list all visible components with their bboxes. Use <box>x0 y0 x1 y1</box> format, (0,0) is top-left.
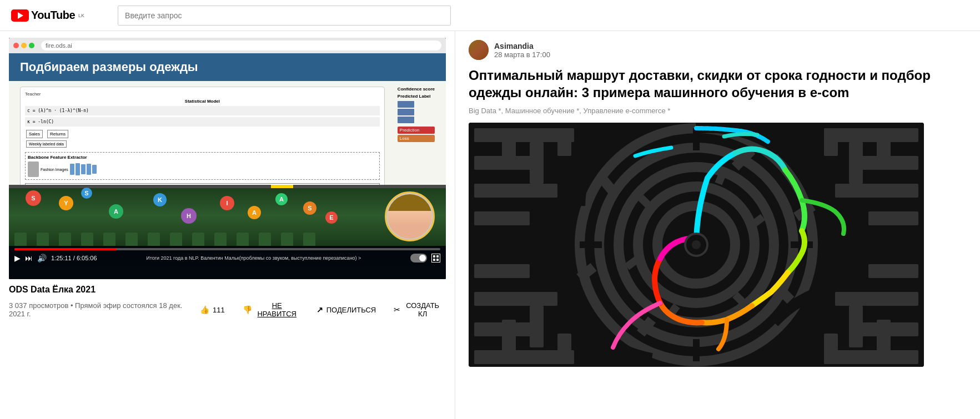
sales-box: Sales <box>26 130 43 138</box>
svg-rect-34 <box>877 128 891 170</box>
clip-button[interactable]: СОЗДАТЬ КЛ <box>389 298 446 321</box>
avatar-9: S <box>303 201 316 215</box>
svg-rect-27 <box>502 128 516 170</box>
author-name: Asimandia <box>494 42 550 51</box>
thumbdown-icon <box>243 305 252 314</box>
video-controls: ▶ ⏭ 🔊 1:25:11 / 6:05:06 Итоги 2021 года … <box>9 246 446 279</box>
share-label: ПОДЕЛИТЬСЯ <box>326 306 376 314</box>
svg-rect-46 <box>835 292 918 306</box>
action-buttons: 111 НЕ НРАВИТСЯ ПОДЕЛИТЬСЯ СОЗДАТЬ КЛ <box>195 298 446 321</box>
predicted-label: Predicted Label <box>398 94 435 99</box>
dislike-label: НЕ НРАВИТСЯ <box>255 301 299 318</box>
article-date: 28 марта в 17:00 <box>494 51 550 59</box>
speaker-face <box>388 194 432 239</box>
youtube-play-icon <box>11 9 29 22</box>
author-info: Asimandia 28 марта в 17:00 <box>494 42 550 59</box>
controls-row: ▶ ⏭ 🔊 1:25:11 / 6:05:06 Итоги 2021 года … <box>14 254 440 262</box>
clip-label: СОЗДАТЬ КЛ <box>404 301 441 318</box>
video-container: fire.ods.ai Подбираем размеры одежды Tea… <box>9 38 446 279</box>
formula1: c = (λ)^n · (1-λ)^(N-n) <box>25 106 380 115</box>
avatar-3: A <box>109 204 123 219</box>
share-button[interactable]: ПОДЕЛИТЬСЯ <box>312 302 380 317</box>
svg-rect-40 <box>474 264 530 278</box>
avatar-2: Y <box>59 196 73 210</box>
svg-rect-29 <box>557 128 571 156</box>
browser-url: fire.ods.ai <box>46 42 72 49</box>
dislike-button[interactable]: НЕ НРАВИТСЯ <box>238 298 303 321</box>
article-tags: Big Data *, Машинное обучение *, Управле… <box>469 107 967 115</box>
fashion-image-placeholder <box>28 161 39 177</box>
loss-output: Loss <box>398 135 435 142</box>
main-content: fire.ods.ai Подбираем размеры одежды Tea… <box>0 31 980 419</box>
svg-rect-42 <box>530 306 544 347</box>
author-avatar <box>469 40 489 60</box>
video-title: ODS Data Ёлка 2021 <box>9 285 446 295</box>
article-image <box>469 123 924 367</box>
youtube-badge: LK <box>78 13 84 18</box>
search-bar <box>118 6 451 26</box>
fashion-row: Fashion Images <box>28 161 377 177</box>
weekly-box: Weekly labeled data <box>26 140 67 148</box>
formula2: κ = -ln(C) <box>25 117 380 127</box>
audience-area: S Y A K H I A A S E S <box>9 185 446 246</box>
next-button[interactable]: ⏭ <box>25 254 33 262</box>
youtube-text: YouTube <box>31 9 75 22</box>
chrome-close-dot <box>13 43 19 48</box>
svg-rect-33 <box>868 211 918 225</box>
subtitle-text: Итоги 2021 года в NLP. Валентин Мальк(пр… <box>146 255 361 261</box>
grid-view-icon[interactable] <box>431 254 440 262</box>
browser-chrome: fire.ods.ai <box>9 38 446 53</box>
svg-rect-41 <box>502 320 516 361</box>
prediction-blocks <box>398 101 435 123</box>
svg-line-17 <box>718 170 724 184</box>
prediction-output: Prediction <box>398 127 435 134</box>
avatar-10: E <box>325 211 338 224</box>
svg-rect-47 <box>868 264 918 278</box>
like-button[interactable]: 111 <box>195 302 229 317</box>
svg-rect-28 <box>530 142 544 184</box>
time-display: 1:25:11 / 6:05:06 <box>51 255 97 261</box>
search-input[interactable] <box>118 6 451 26</box>
progress-bar[interactable] <box>14 248 440 250</box>
avatar-7: A <box>248 206 261 219</box>
youtube-logo[interactable] <box>11 9 29 22</box>
volume-button[interactable]: 🔊 <box>37 254 47 262</box>
browser-address: fire.ods.ai <box>41 41 441 51</box>
slide-title: Подбираем размеры одежды <box>9 53 446 81</box>
speaker-video <box>385 191 435 241</box>
avatar-6: I <box>220 196 234 210</box>
chairs-row <box>9 229 446 246</box>
model-label: Statistical Model <box>25 99 380 104</box>
avatar-5: H <box>181 208 197 224</box>
avatar-4: K <box>153 193 167 206</box>
progress-filled <box>14 248 117 250</box>
maze-container <box>469 123 924 367</box>
video-frame: fire.ods.ai Подбираем размеры одежды Tea… <box>9 38 446 279</box>
thumbup-icon <box>200 305 209 314</box>
autoplay-toggle[interactable] <box>410 254 427 262</box>
svg-rect-43 <box>557 334 571 364</box>
svg-rect-25 <box>474 184 557 198</box>
svg-rect-50 <box>824 334 838 364</box>
chrome-minimize-dot <box>21 43 27 48</box>
header: YouTube LK <box>0 0 980 31</box>
svg-rect-49 <box>849 306 863 347</box>
confidence-label: Confidence score <box>398 87 435 92</box>
backbone-section: Backbone Feature Extractor Fashion Image… <box>25 152 380 180</box>
audience-bar <box>9 185 446 188</box>
video-meta: ODS Data Ёлка 2021 3 037 просмотров • Пр… <box>9 279 446 327</box>
scissors-icon <box>394 305 400 314</box>
svg-rect-26 <box>474 211 530 225</box>
play-button[interactable]: ▶ <box>14 254 21 262</box>
svg-rect-39 <box>474 292 557 306</box>
fashion-label: Fashion Images <box>41 168 68 171</box>
svg-rect-35 <box>849 142 863 184</box>
svg-point-52 <box>692 240 701 249</box>
logo-area: YouTube LK <box>11 9 84 22</box>
svg-rect-32 <box>835 184 918 198</box>
avatar-1: S <box>26 190 41 206</box>
like-count: 111 <box>213 306 225 314</box>
chrome-expand-dot <box>29 43 34 48</box>
article-author: Asimandia 28 марта в 17:00 <box>469 40 967 60</box>
returns-box: Returns <box>47 130 68 138</box>
